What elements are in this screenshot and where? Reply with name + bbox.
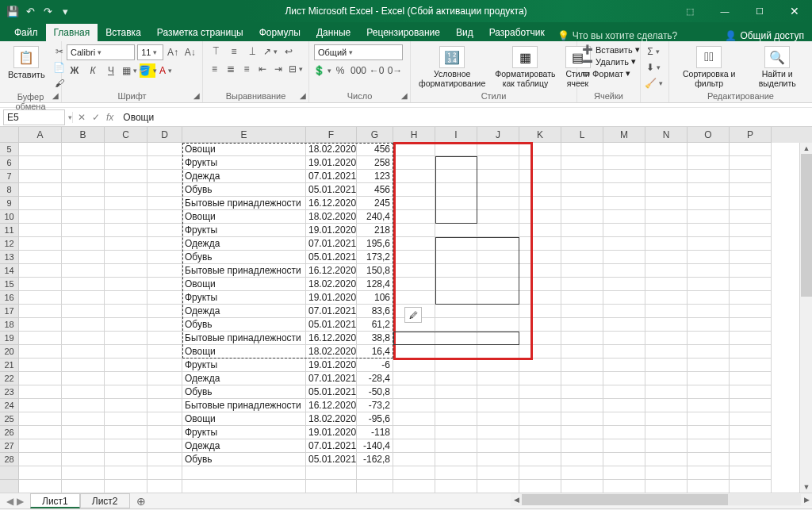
cell[interactable]: Фрукты [182,291,306,305]
grid-row[interactable]: 23Обувь05.01.2021-50,8 [0,385,812,399]
cell[interactable] [19,318,62,332]
enter-formula-icon[interactable]: ✓ [92,112,100,123]
cell[interactable]: 19.01.2020 [306,156,357,170]
cell[interactable] [393,170,435,183]
cell[interactable] [62,372,105,385]
cell[interactable] [62,332,105,345]
cell[interactable] [105,426,147,439]
tab-view[interactable]: Вид [448,24,481,41]
cell[interactable] [19,237,62,251]
cell[interactable] [147,278,182,291]
grid-row[interactable]: 16Фрукты19.01.2020106 [0,291,812,305]
cell[interactable] [435,210,477,224]
cell[interactable] [62,345,105,359]
decrease-decimal-icon[interactable]: 0→ [387,63,403,78]
align-left-icon[interactable]: ≡ [208,62,221,76]
cell[interactable] [519,426,561,439]
cell[interactable] [688,278,730,291]
cell[interactable]: Овощи [182,143,306,156]
cell[interactable] [477,237,519,251]
cell[interactable] [645,305,688,318]
cell[interactable] [688,143,730,156]
cell[interactable]: 05.01.2021 [306,183,357,197]
percent-icon[interactable]: % [332,63,348,78]
cell[interactable] [19,156,62,170]
cell[interactable] [62,399,105,412]
close-icon[interactable]: ✕ [777,0,812,22]
cell[interactable] [730,385,772,399]
cell[interactable] [19,143,62,156]
cell[interactable] [105,183,147,197]
cell[interactable]: Фрукты [182,156,306,170]
cell[interactable]: 19.01.2020 [306,426,357,439]
row-header[interactable]: 7 [0,170,19,183]
cell[interactable]: 19.01.2020 [306,291,357,305]
cell[interactable] [393,251,435,264]
cell[interactable]: Овощи [182,278,306,291]
grid-row[interactable]: 9Бытовые принадлежности16.12.2020245 [0,197,812,210]
cell[interactable] [730,453,772,466]
cell[interactable]: Овощи [182,345,306,359]
cell[interactable] [645,210,688,224]
row-header[interactable]: 24 [0,399,19,412]
grid-row[interactable]: 26Фрукты19.01.2020-118 [0,426,812,439]
cell[interactable] [19,224,62,237]
cell[interactable] [519,156,561,170]
cell[interactable] [435,264,477,278]
cell[interactable] [477,453,519,466]
increase-decimal-icon[interactable]: ←0 [369,63,385,78]
cell[interactable]: 245 [357,197,393,210]
grid-row[interactable]: 22Одежда07.01.2021-28,4 [0,372,812,385]
align-right-icon[interactable]: ≡ [239,62,253,76]
cell[interactable] [603,372,645,385]
cell[interactable] [730,426,772,439]
cell[interactable] [62,385,105,399]
cell[interactable]: 07.01.2021 [306,372,357,385]
cell[interactable] [603,332,645,345]
cell[interactable] [730,359,772,372]
cell[interactable]: 38,8 [357,332,393,345]
cell[interactable]: Бытовые принадлежности [182,399,306,412]
cell[interactable] [561,426,603,439]
cell[interactable] [603,426,645,439]
cell[interactable] [19,426,62,439]
cell[interactable] [603,385,645,399]
cell[interactable] [603,251,645,264]
row-header[interactable]: 16 [0,291,19,305]
scroll-up-icon[interactable]: ▲ [800,143,812,154]
cell[interactable] [147,156,182,170]
cell[interactable] [62,143,105,156]
row-header[interactable]: 14 [0,264,19,278]
cell[interactable] [561,197,603,210]
formula-input[interactable]: Овощи [118,112,812,123]
cell[interactable] [519,372,561,385]
cell[interactable] [435,453,477,466]
cell[interactable] [688,372,730,385]
cell[interactable] [105,332,147,345]
cell[interactable] [645,291,688,305]
cell[interactable] [393,183,435,197]
cell[interactable] [519,453,561,466]
cell[interactable] [147,291,182,305]
cell[interactable] [561,385,603,399]
cell[interactable] [435,426,477,439]
redo-icon[interactable]: ↷ [41,5,54,17]
grid-row[interactable]: 27Одежда07.01.2021-140,4 [0,439,812,453]
number-format-select[interactable]: Общий [314,44,403,60]
cell[interactable]: Одежда [182,439,306,453]
cell[interactable] [105,318,147,332]
cell[interactable] [147,399,182,412]
cell[interactable] [561,237,603,251]
cell[interactable] [645,237,688,251]
cell[interactable] [393,439,435,453]
cell[interactable] [561,372,603,385]
grid-row[interactable]: 25Овощи18.02.2020-95,6 [0,412,812,426]
select-all-triangle[interactable] [0,127,19,143]
cell[interactable] [105,439,147,453]
paste-options-icon[interactable]: 🖉 [404,307,422,323]
align-center-icon[interactable]: ≣ [224,62,237,76]
font-dialog-icon[interactable]: ◢ [193,91,200,100]
cell[interactable] [477,143,519,156]
cell[interactable] [477,264,519,278]
cell[interactable] [435,183,477,197]
